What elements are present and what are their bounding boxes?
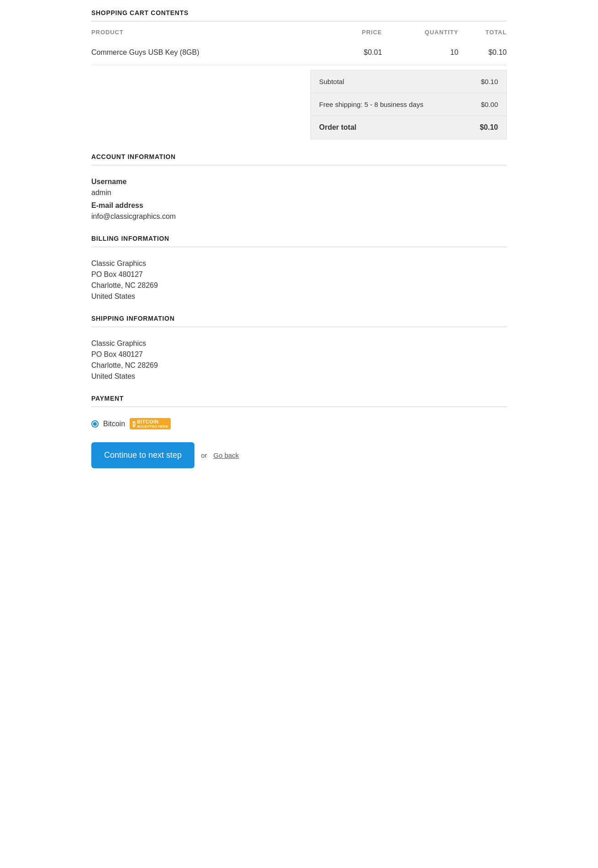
email-label: E-mail address [91,200,507,211]
or-text: or [201,451,207,459]
shopping-cart-section: SHOPPING CART CONTENTS PRODUCT PRICE QUA… [91,9,507,139]
billing-info-content: Classic Graphics PO Box 480127 Charlotte… [91,254,507,302]
continue-button[interactable]: Continue to next step [91,442,194,468]
payment-option-bitcoin[interactable]: Bitcoin ₿ bitcoin ACCEPTED HERE [91,413,507,429]
bitcoin-label: Bitcoin [103,420,125,428]
shipping-info-content: Classic Graphics PO Box 480127 Charlotte… [91,333,507,382]
shipping-line2: PO Box 480127 [91,349,507,360]
product-price: $0.01 [336,40,382,65]
subtotal-line: Subtotal $0.10 [311,70,506,93]
col-total: TOTAL [458,21,507,40]
shipping-section: SHIPPING INFORMATION Classic Graphics PO… [91,315,507,382]
action-area: Continue to next step or Go back [91,442,507,468]
bitcoin-symbol-icon: ₿ [132,420,136,428]
billing-line2: PO Box 480127 [91,269,507,280]
col-price: PRICE [336,21,382,40]
order-total-value: $0.10 [480,123,498,132]
billing-section: BILLING INFORMATION Classic Graphics PO … [91,235,507,302]
order-summary: Subtotal $0.10 Free shipping: 5 - 8 busi… [91,70,507,139]
cart-section-title: SHOPPING CART CONTENTS [91,9,507,21]
username-label: Username [91,176,507,187]
bitcoin-badge-text: bitcoin [137,419,168,424]
shipping-line1: Classic Graphics [91,338,507,349]
shipping-value: $0.00 [481,101,498,108]
email-value: info@classicgraphics.com [91,211,507,222]
cart-table: PRODUCT PRICE QUANTITY TOTAL Commerce Gu… [91,21,507,65]
product-quantity: 10 [382,40,458,65]
username-value: admin [91,187,507,198]
billing-line1: Classic Graphics [91,258,507,269]
radio-inner [93,422,97,426]
billing-section-title: BILLING INFORMATION [91,235,507,247]
shipping-section-title: SHIPPING INFORMATION [91,315,507,327]
order-total-line: Order total $0.10 [311,116,506,139]
shipping-line: Free shipping: 5 - 8 business days $0.00 [311,93,506,116]
account-info-content: Username admin E-mail address info@class… [91,172,507,222]
product-total: $0.10 [458,40,507,65]
table-row: Commerce Guys USB Key (8GB) $0.01 10 $0.… [91,40,507,65]
product-name: Commerce Guys USB Key (8GB) [91,40,336,65]
shipping-line4: United States [91,371,507,382]
shipping-label: Free shipping: 5 - 8 business days [319,101,423,108]
account-section: ACCOUNT INFORMATION Username admin E-mai… [91,153,507,222]
subtotal-label: Subtotal [319,78,344,85]
billing-line4: United States [91,291,507,302]
bitcoin-radio[interactable] [91,420,99,428]
account-section-title: ACCOUNT INFORMATION [91,153,507,165]
shipping-line3: Charlotte, NC 28269 [91,360,507,371]
summary-box: Subtotal $0.10 Free shipping: 5 - 8 busi… [310,70,507,139]
bitcoin-badge: ₿ bitcoin ACCEPTED HERE [130,418,171,429]
payment-section: PAYMENT Bitcoin ₿ bitcoin ACCEPTED HERE [91,395,507,429]
go-back-button[interactable]: Go back [213,451,239,459]
payment-section-title: PAYMENT [91,395,507,407]
bitcoin-badge-sub: ACCEPTED HERE [137,424,168,429]
subtotal-value: $0.10 [481,78,498,85]
order-total-label: Order total [319,123,357,132]
col-product: PRODUCT [91,21,336,40]
col-quantity: QUANTITY [382,21,458,40]
billing-line3: Charlotte, NC 28269 [91,280,507,291]
